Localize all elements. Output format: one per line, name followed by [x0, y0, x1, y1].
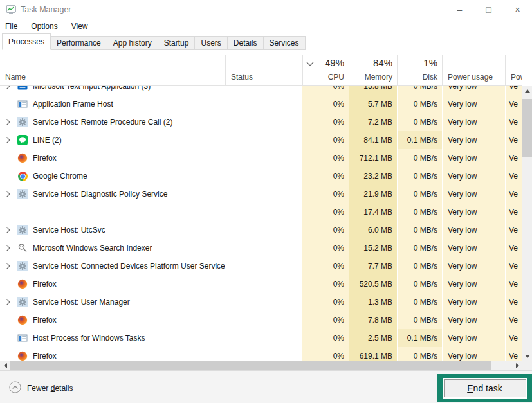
- table-row[interactable]: 0% 17.4 MB 0 MB/s Very low Ve: [0, 203, 522, 221]
- tab-startup[interactable]: Startup: [158, 36, 196, 50]
- table-row[interactable]: Microsoft Windows Search Indexer 0% 15.2…: [0, 239, 522, 257]
- tab-details[interactable]: Details: [227, 36, 264, 50]
- maximize-icon[interactable]: □: [474, 0, 503, 19]
- scroll-down-icon[interactable]: [522, 352, 532, 361]
- status-cell: [225, 239, 302, 257]
- horizontal-scrollbar-thumb[interactable]: [10, 361, 491, 370]
- power-usage-cell: Very low: [442, 275, 505, 293]
- firefox-icon: [17, 315, 28, 325]
- expand-chevron-icon[interactable]: [6, 262, 11, 270]
- expand-chevron-icon[interactable]: [6, 136, 11, 144]
- column-header-power-usage-trend[interactable]: Powe: [505, 55, 522, 85]
- power-usage-trend-cell: Ve: [505, 293, 522, 311]
- column-label: CPU: [328, 73, 344, 82]
- cpu-cell: 0%: [302, 221, 349, 239]
- vertical-scrollbar[interactable]: [522, 86, 532, 361]
- power-usage-trend-cell: Ve: [505, 311, 522, 329]
- minimize-icon[interactable]: –: [445, 0, 474, 19]
- power-usage-trend-cell: Ve: [505, 113, 522, 131]
- tab-users[interactable]: Users: [194, 36, 227, 50]
- power-usage-cell: Very low: [442, 95, 505, 113]
- power-usage-cell: Very low: [442, 257, 505, 275]
- table-row[interactable]: Host Process for Windows Tasks 0% 2.5 MB…: [0, 329, 522, 347]
- firefox-icon: [17, 351, 28, 361]
- column-header-cpu[interactable]: 49% CPU: [302, 55, 349, 85]
- disk-cell: 0 MB/s: [397, 86, 442, 95]
- scroll-right-icon[interactable]: [512, 361, 522, 370]
- expand-chevron-icon[interactable]: [6, 226, 11, 234]
- end-task-button[interactable]: End task: [444, 379, 526, 397]
- tab-performance[interactable]: Performance: [50, 36, 107, 50]
- table-row[interactable]: Service Host: Connected Devices Platform…: [0, 257, 522, 275]
- cpu-cell: 0%: [302, 257, 349, 275]
- gear-icon: [17, 117, 28, 127]
- fewer-details-toggle[interactable]: Fewer details: [9, 381, 73, 395]
- expand-chevron-icon[interactable]: [6, 190, 11, 198]
- scroll-left-icon[interactable]: [0, 361, 10, 370]
- table-row[interactable]: Service Host: UtcSvc 0% 6.0 MB 0 MB/s Ve…: [0, 221, 522, 239]
- memory-cell: 1.3 MB: [349, 293, 397, 311]
- table-row[interactable]: Firefox 0% 7.8 MB 0 MB/s Very low Ve: [0, 311, 522, 329]
- table-row[interactable]: Firefox 0% 520.5 MB 0 MB/s Very low Ve: [0, 275, 522, 293]
- power-usage-trend-cell: Ve: [505, 95, 522, 113]
- table-row[interactable]: Service Host: User Manager 0% 1.3 MB 0 M…: [0, 293, 522, 311]
- status-cell: [225, 185, 302, 203]
- status-cell: [225, 95, 302, 113]
- table-row[interactable]: Microsoft Text Input Application (3) 0% …: [0, 86, 522, 95]
- vertical-scrollbar-thumb[interactable]: [522, 99, 532, 157]
- cpu-cell: 0%: [302, 95, 349, 113]
- cpu-cell: 0%: [302, 311, 349, 329]
- table-row[interactable]: Application Frame Host 0% 5.7 MB 0 MB/s …: [0, 95, 522, 113]
- menu-bar: FileOptionsView: [0, 20, 102, 33]
- table-row[interactable]: Service Host: Remote Procedure Call (2) …: [0, 113, 522, 131]
- power-usage-cell: Very low: [442, 203, 505, 221]
- gear-icon: [17, 189, 28, 199]
- tab-processes[interactable]: Processes: [2, 33, 51, 50]
- gear-icon: [17, 261, 28, 271]
- power-usage-cell: Very low: [442, 347, 505, 361]
- power-usage-trend-cell: Ve: [505, 221, 522, 239]
- table-row[interactable]: Service Host: Diagnostic Policy Service …: [0, 185, 522, 203]
- expand-chevron-icon[interactable]: [6, 86, 11, 90]
- window-icon: [17, 333, 28, 343]
- table-row[interactable]: Google Chrome 0% 23.2 MB 0 MB/s Very low…: [0, 167, 522, 185]
- table-row[interactable]: Firefox 0% 712.1 MB 0 MB/s Very low Ve: [0, 149, 522, 167]
- status-cell: [225, 203, 302, 221]
- close-icon[interactable]: ×: [503, 0, 532, 19]
- column-header-status[interactable]: Status: [225, 55, 302, 85]
- cpu-cell: 0%: [302, 131, 349, 149]
- expand-chevron-icon[interactable]: [6, 298, 11, 306]
- table-row[interactable]: Firefox 0% 619.1 MB 0 MB/s Very low Ve: [0, 347, 522, 361]
- memory-cell: 619.1 MB: [349, 347, 397, 361]
- process-name: Service Host: Diagnostic Policy Service: [33, 190, 167, 199]
- power-usage-trend-cell: Ve: [505, 257, 522, 275]
- disk-cell: 0 MB/s: [397, 311, 442, 329]
- menu-item-file[interactable]: File: [5, 22, 17, 31]
- column-header-memory[interactable]: 84% Memory: [349, 55, 397, 85]
- column-label: Status: [231, 73, 253, 82]
- column-header-power-usage[interactable]: Power usage: [442, 55, 505, 85]
- cpu-cell: 0%: [302, 239, 349, 257]
- tab-services[interactable]: Services: [263, 36, 306, 50]
- expand-chevron-icon[interactable]: [6, 118, 11, 126]
- column-label: Memory: [365, 73, 392, 82]
- column-header-name[interactable]: Name: [0, 55, 225, 85]
- disk-cell: 0 MB/s: [397, 167, 442, 185]
- tab-app-history[interactable]: App history: [107, 36, 158, 50]
- table-row[interactable]: LINE (2) 0% 84.1 MB 0.1 MB/s Very low Ve: [0, 131, 522, 149]
- power-usage-cell: Very low: [442, 239, 505, 257]
- process-name: Service Host: Remote Procedure Call (2): [33, 118, 172, 127]
- expand-chevron-icon[interactable]: [6, 244, 11, 252]
- memory-cell: 15.8 MB: [349, 86, 397, 95]
- footer-bar: Fewer details End task: [0, 370, 532, 403]
- cpu-cell: 0%: [302, 167, 349, 185]
- scroll-up-icon[interactable]: [522, 86, 532, 96]
- disk-cell: 0.1 MB/s: [397, 329, 442, 347]
- menu-item-options[interactable]: Options: [31, 22, 57, 31]
- disk-cell: 0 MB/s: [397, 275, 442, 293]
- disk-cell: 0.1 MB/s: [397, 131, 442, 149]
- menu-item-view[interactable]: View: [71, 22, 88, 31]
- column-header-disk[interactable]: 1% Disk: [397, 55, 442, 85]
- cpu-cell: 0%: [302, 275, 349, 293]
- horizontal-scrollbar[interactable]: [0, 361, 522, 370]
